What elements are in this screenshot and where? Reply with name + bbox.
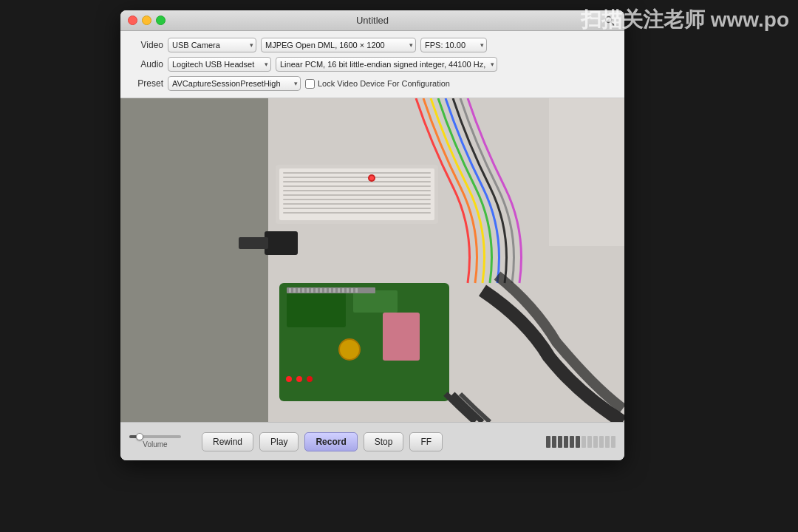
svg-point-28 [307,376,313,382]
svg-rect-33 [302,288,304,293]
video-source-select[interactable]: USB CameraFaceTime HD CameraScreen Captu… [168,38,256,52]
window-controls [128,16,166,25]
ff-button[interactable]: FF [409,432,443,451]
svg-rect-38 [324,288,327,293]
svg-rect-42 [342,288,344,293]
svg-rect-31 [293,288,296,293]
fps-wrapper: FPS: 10.00FPS: 15.00FPS: 30.00 [420,38,487,52]
window-title: Untitled [356,15,389,26]
preset-wrapper: AVCaptureSessionPresetHighAVCaptureSessi… [168,76,301,91]
video-label: Video [128,40,163,50]
svg-rect-9 [283,181,431,183]
titlebar: Untitled [120,10,624,31]
svg-point-24 [339,339,360,360]
svg-rect-43 [347,288,349,293]
svg-rect-10 [283,185,431,187]
controls-bar: Video USB CameraFaceTime HD CameraScreen… [120,31,624,98]
audio-control-row: Audio Logitech USB HeadsetBuilt-in Micro… [128,55,617,73]
svg-rect-7 [283,172,431,174]
svg-rect-14 [283,203,431,205]
volume-slider-track[interactable] [129,435,181,438]
svg-point-27 [296,376,302,382]
svg-rect-36 [316,288,318,293]
lock-checkbox-wrapper: Lock Video Device For Configuration [305,79,450,89]
lock-video-label: Lock Video Device For Configuration [318,79,450,88]
preset-select[interactable]: AVCaptureSessionPresetHighAVCaptureSessi… [168,76,301,91]
progress-seg-7 [582,436,586,448]
video-control-row: Video USB CameraFaceTime HD CameraScreen… [128,36,617,54]
close-button[interactable] [128,16,137,25]
play-button[interactable]: Play [259,432,299,451]
svg-rect-35 [311,288,313,293]
volume-slider-thumb[interactable] [136,433,143,440]
svg-point-26 [286,376,292,382]
svg-rect-13 [283,199,431,200]
progress-indicators [546,436,615,448]
svg-rect-11 [283,190,431,191]
svg-rect-37 [320,288,322,293]
stop-button[interactable]: Stop [364,432,404,451]
svg-rect-3 [120,98,268,422]
watermark: 扫描关注老师 www.po [572,0,798,40]
svg-rect-32 [298,288,300,293]
minimize-button[interactable] [142,16,151,25]
svg-rect-30 [289,288,291,293]
svg-rect-8 [283,177,431,178]
app-window: Untitled Video USB CameraFaceTime HD Cam… [120,10,624,460]
video-format-wrapper: MJPEG Open DML, 1600 × 1200YUV 640x480RG… [261,38,416,52]
video-frame [120,98,624,422]
svg-rect-16 [283,212,431,214]
preset-control-row: Preset AVCaptureSessionPresetHighAVCaptu… [128,75,617,92]
svg-rect-46 [549,98,624,246]
progress-seg-10 [599,436,604,448]
progress-seg-2 [552,436,556,448]
svg-rect-15 [283,208,431,209]
audio-format-wrapper: Linear PCM, 16 bit little-endian signed … [276,57,497,72]
svg-rect-12 [283,194,431,196]
record-button[interactable]: Record [304,432,357,451]
progress-seg-1 [546,436,550,448]
progress-seg-9 [593,436,598,448]
progress-seg-6 [576,436,580,448]
audio-source-select[interactable]: Logitech USB HeadsetBuilt-in Microphone [168,57,271,72]
video-format-select[interactable]: MJPEG Open DML, 1600 × 1200YUV 640x480RG… [261,38,416,52]
transport-bar: Volume Rewind Play Record Stop FF [120,422,624,460]
svg-rect-44 [351,288,353,293]
audio-format-select[interactable]: Linear PCM, 16 bit little-endian signed … [276,57,497,72]
progress-seg-8 [587,436,592,448]
svg-rect-39 [329,288,331,293]
svg-rect-34 [307,288,309,293]
progress-seg-12 [611,436,615,448]
svg-point-18 [369,176,374,180]
volume-label: Volume [143,440,167,449]
progress-seg-4 [564,436,568,448]
volume-area: Volume [129,435,181,449]
lock-video-checkbox[interactable] [305,79,315,89]
video-preview [120,98,624,422]
svg-rect-41 [338,288,340,293]
progress-seg-5 [570,436,574,448]
svg-rect-22 [287,290,346,327]
progress-seg-3 [558,436,562,448]
rewind-button[interactable]: Rewind [202,432,253,451]
preset-label: Preset [128,78,163,89]
svg-rect-40 [333,288,335,293]
fps-select[interactable]: FPS: 10.00FPS: 15.00FPS: 30.00 [420,38,487,52]
audio-source-wrapper: Logitech USB HeadsetBuilt-in Microphone [168,57,271,72]
audio-label: Audio [128,59,163,69]
svg-rect-23 [353,290,398,313]
svg-rect-20 [239,237,268,249]
svg-rect-45 [355,288,358,293]
video-source-wrapper: USB CameraFaceTime HD CameraScreen Captu… [168,38,256,52]
maximize-button[interactable] [156,16,166,25]
svg-rect-19 [265,231,298,255]
progress-seg-11 [605,436,610,448]
svg-rect-25 [383,313,420,361]
